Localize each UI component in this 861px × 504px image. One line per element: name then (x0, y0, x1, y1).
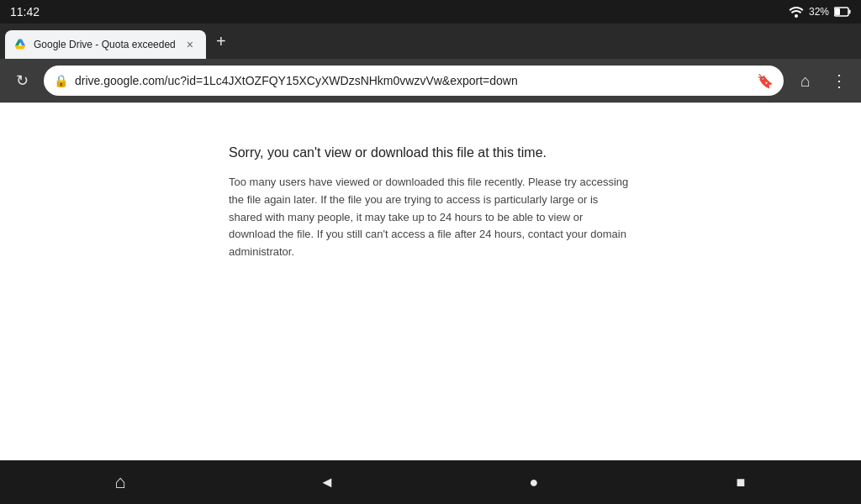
status-time: 11:42 (10, 5, 40, 18)
error-title: Sorry, you can't view or download this f… (229, 145, 632, 160)
back-nav-button[interactable]: ◄ (310, 465, 344, 499)
square-nav-icon: ■ (737, 474, 746, 491)
circle-nav-icon: ● (530, 474, 539, 491)
address-bar[interactable]: 🔒 drive.google.com/uc?id=1Lc4JXtOZFQY15X… (44, 66, 784, 96)
tab-close-button[interactable]: × (182, 37, 198, 52)
new-tab-button[interactable]: + (209, 29, 233, 53)
back-nav-icon: ◄ (320, 474, 335, 491)
svg-point-0 (795, 14, 798, 18)
active-tab[interactable]: Google Drive - Quota exceeded × (5, 30, 206, 59)
status-bar: 11:42 32% (0, 0, 861, 24)
battery-text: 32% (809, 6, 829, 18)
page-content: Sorry, you can't view or download this f… (0, 103, 861, 461)
reload-button[interactable]: ↻ (7, 66, 37, 96)
home-button[interactable]: ⌂ (790, 66, 821, 96)
wifi-icon (789, 6, 804, 18)
status-icons: 32% (789, 6, 851, 18)
error-page: Sorry, you can't view or download this f… (0, 103, 861, 261)
browser-actions: ⌂ ⋮ (790, 66, 854, 96)
lock-icon: 🔒 (54, 74, 68, 87)
url-text: drive.google.com/uc?id=1Lc4JXtOZFQY15XCy… (75, 74, 750, 87)
bottom-nav: ⌂ ◄ ● ■ (0, 460, 861, 504)
home-nav-icon: ⌂ (114, 471, 125, 493)
bookmark-icon[interactable]: 🔖 (757, 73, 774, 89)
tab-title: Google Drive - Quota exceeded (34, 39, 176, 50)
svg-rect-3 (835, 8, 840, 15)
svg-rect-2 (849, 10, 851, 14)
tab-favicon (13, 38, 27, 51)
battery-icon (834, 7, 851, 17)
address-bar-container: ↻ 🔒 drive.google.com/uc?id=1Lc4JXtOZFQY1… (0, 59, 861, 102)
tab-bar: Google Drive - Quota exceeded × + (0, 24, 861, 59)
menu-button[interactable]: ⋮ (824, 66, 854, 96)
circle-nav-button[interactable]: ● (517, 465, 551, 499)
square-nav-button[interactable]: ■ (724, 465, 758, 499)
error-container: Sorry, you can't view or download this f… (212, 145, 649, 261)
home-nav-button[interactable]: ⌂ (103, 465, 137, 499)
error-body: Too many users have viewed or downloaded… (229, 174, 632, 261)
